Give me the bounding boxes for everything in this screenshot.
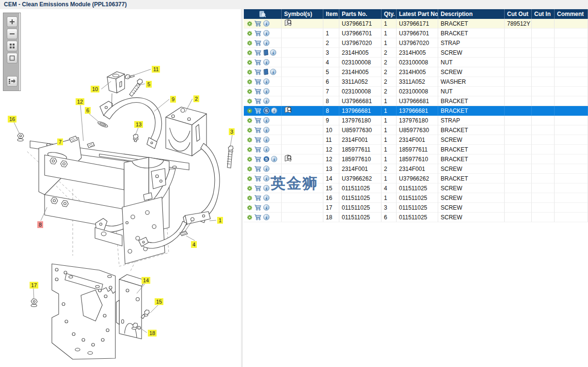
callout-2[interactable]: 2: [193, 95, 199, 102]
gear-icon[interactable]: [247, 176, 253, 182]
info-icon[interactable]: i: [263, 40, 270, 46]
gear-icon[interactable]: [247, 137, 253, 143]
toggle-panel-button[interactable]: [7, 76, 17, 87]
cart-icon[interactable]: [254, 117, 262, 123]
callout-8[interactable]: 8: [37, 221, 43, 228]
gear-icon[interactable]: [247, 40, 253, 46]
cell-symbol[interactable]: [282, 106, 323, 116]
callout-13[interactable]: 13: [134, 121, 143, 128]
info-icon[interactable]: i: [263, 214, 270, 220]
callout-6[interactable]: 6: [85, 107, 91, 114]
cart-icon[interactable]: [254, 214, 262, 220]
callout-4[interactable]: 4: [191, 241, 197, 248]
gear-icon[interactable]: [247, 118, 253, 123]
callout-14[interactable]: 14: [142, 277, 150, 284]
callout-9[interactable]: 9: [170, 96, 176, 103]
gear-icon[interactable]: [247, 108, 253, 114]
gear-icon[interactable]: [247, 166, 253, 172]
callout-10[interactable]: 10: [91, 86, 99, 92]
cart-icon[interactable]: [254, 185, 262, 191]
cart-icon[interactable]: [254, 20, 262, 27]
zoom-in-button[interactable]: [7, 16, 17, 27]
info-icon[interactable]: i: [271, 107, 277, 114]
single-view-button[interactable]: [7, 53, 17, 63]
table-row[interactable]: i160115110251011511025SCREW: [244, 193, 588, 203]
table-row[interactable]: i170115110253011511025SCREW: [244, 203, 588, 213]
gear-icon[interactable]: [247, 214, 253, 220]
callout-7[interactable]: 7: [57, 138, 63, 145]
info-icon[interactable]: i: [263, 127, 270, 133]
cart-icon[interactable]: [254, 107, 262, 114]
callout-16[interactable]: 16: [8, 116, 16, 122]
info-icon[interactable]: i: [263, 30, 270, 36]
callout-12[interactable]: 12: [76, 98, 84, 105]
callout-15[interactable]: 15: [155, 298, 163, 305]
table-search-icon[interactable]: [259, 11, 266, 18]
table-row[interactable]: i32314H00522314H005SCREW: [244, 48, 588, 58]
gear-icon[interactable]: [247, 205, 253, 211]
gear-icon[interactable]: [247, 127, 253, 133]
cart-icon[interactable]: [254, 195, 262, 201]
gear-icon[interactable]: [247, 31, 253, 36]
gear-icon[interactable]: [247, 50, 253, 56]
gear-icon[interactable]: [247, 60, 253, 65]
cart-icon[interactable]: [254, 127, 262, 133]
info-icon[interactable]: i: [263, 195, 270, 201]
table-row[interactable]: i132314F00122314F001SCREW: [244, 164, 588, 174]
table-row[interactable]: i40231000082023100008NUT: [244, 58, 588, 67]
cart-icon[interactable]: [254, 78, 262, 85]
cart-icon[interactable]: [254, 204, 262, 211]
table-row[interactable]: Si81379666811137966681BRACKET: [244, 106, 588, 116]
cart-icon[interactable]: [254, 175, 262, 182]
illustration-symbol-icon[interactable]: [284, 19, 292, 26]
table-row[interactable]: i10U859776301U85977630BRACKET: [244, 125, 588, 135]
gear-icon[interactable]: [247, 79, 253, 85]
callout-11[interactable]: 11: [152, 66, 160, 73]
table-row[interactable]: i2U379670201U37967020STRAP: [244, 38, 588, 48]
cart-icon[interactable]: [254, 30, 262, 36]
cart-icon[interactable]: [254, 137, 262, 143]
cart-icon[interactable]: [254, 98, 262, 104]
table-row[interactable]: i121859776111185977611BRACKET: [244, 145, 588, 154]
callout-18[interactable]: 18: [148, 330, 157, 336]
info-icon[interactable]: i: [263, 117, 270, 123]
info-icon[interactable]: i: [263, 137, 270, 143]
callout-17[interactable]: 17: [30, 282, 38, 289]
gear-icon[interactable]: [247, 69, 253, 75]
illustration-symbol-icon[interactable]: [284, 106, 292, 113]
table-row[interactable]: i91379761801137976180STRAP: [244, 116, 588, 125]
gear-icon[interactable]: [247, 195, 253, 201]
gear-icon[interactable]: [247, 185, 253, 191]
gear-icon[interactable]: [247, 89, 253, 94]
info-icon[interactable]: i: [263, 88, 270, 94]
tile-view-button[interactable]: [7, 41, 17, 51]
table-row[interactable]: Si121859776101185977610BRACKET: [244, 154, 588, 164]
cart-icon[interactable]: [254, 49, 262, 56]
table-row[interactable]: i150115110254011511025SCREW: [244, 184, 588, 193]
info-icon[interactable]: i: [263, 146, 270, 153]
callout-3[interactable]: 3: [229, 128, 235, 135]
book-icon[interactable]: [263, 69, 269, 75]
callout-1[interactable]: 1: [217, 217, 223, 224]
cell-symbol[interactable]: [282, 19, 323, 29]
table-row[interactable]: iU379661711U37966171BRACKET789512Y: [244, 19, 588, 29]
cart-icon[interactable]: [254, 166, 262, 172]
table-row[interactable]: i112314F00112314F001SCREW: [244, 135, 588, 145]
table-row[interactable]: i70231000082023100008NUT: [244, 87, 588, 96]
info-icon[interactable]: i: [270, 69, 276, 75]
book-icon[interactable]: [263, 49, 269, 56]
info-icon[interactable]: i: [271, 156, 277, 162]
cart-icon[interactable]: [254, 146, 262, 153]
cart-icon[interactable]: [254, 40, 262, 46]
cart-icon[interactable]: [254, 59, 262, 65]
table-row[interactable]: i63311A05223311A052WASHER: [244, 77, 588, 87]
header-actions-column[interactable]: [244, 9, 282, 19]
info-icon[interactable]: i: [270, 49, 276, 56]
supersession-icon[interactable]: S: [263, 156, 270, 162]
info-icon[interactable]: i: [263, 98, 270, 104]
table-row[interactable]: i8U379666811U37966681BRACKET: [244, 96, 588, 106]
table-row[interactable]: i52314H00522314H005SCREW: [244, 67, 588, 77]
info-icon[interactable]: i: [263, 78, 270, 85]
gear-icon[interactable]: [247, 21, 253, 27]
table-row[interactable]: i14U379662621U37966262BRACKET: [244, 174, 588, 184]
